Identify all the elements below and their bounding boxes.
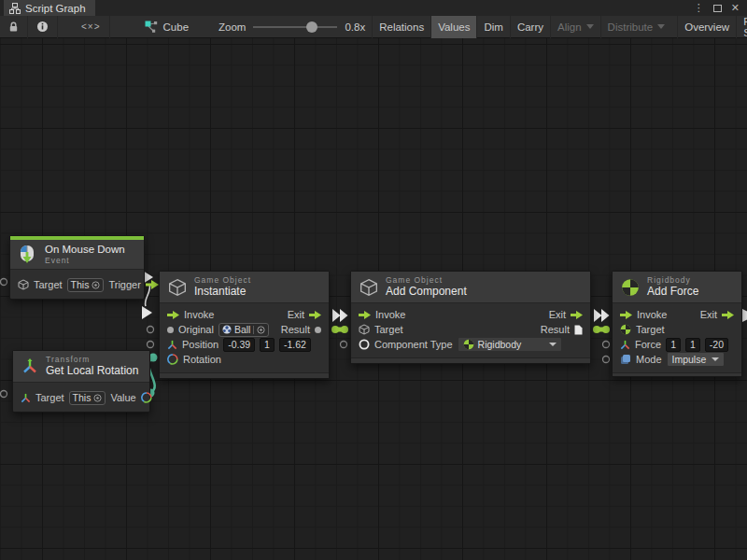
force-z-field[interactable]: -20 — [705, 338, 728, 352]
port-label: Target — [35, 392, 64, 403]
relations-button[interactable]: Relations — [372, 16, 430, 38]
close-icon[interactable]: ✕ — [731, 2, 740, 14]
node-instantiate[interactable]: Game Object Instantiate Invoke Exit — [159, 271, 330, 379]
port-label: Mode — [636, 354, 662, 365]
force-mode-icon — [620, 354, 631, 365]
port-label: Original — [178, 324, 214, 335]
port-label: Invoke — [375, 309, 405, 320]
node-title: Instantiate — [194, 285, 251, 298]
value-port-icon[interactable] — [315, 327, 321, 333]
value-connector-dot[interactable] — [331, 326, 339, 333]
gameobject-icon — [359, 324, 370, 335]
align-dropdown-button[interactable]: Align — [550, 16, 600, 38]
distribute-dropdown-button[interactable]: Distribute — [600, 16, 672, 38]
original-object-field[interactable]: Ball — [218, 323, 270, 337]
node-header[interactable]: Game Object Instantiate — [160, 272, 329, 303]
fullscreen-button[interactable]: Full Screen — [736, 16, 747, 38]
position-z-field[interactable]: -1.62 — [279, 338, 311, 352]
kebab-menu-icon[interactable]: ⋮ — [694, 2, 704, 14]
port-addforce-force[interactable] — [603, 342, 610, 348]
flow-port-invoke-in[interactable] — [142, 306, 152, 319]
node-footer — [351, 357, 590, 363]
port-label: Exit — [288, 309, 304, 320]
flow-arrow-icon[interactable] — [167, 311, 179, 319]
flow-connector-exit-invoke[interactable] — [332, 309, 341, 322]
target-this-field[interactable]: This — [67, 278, 105, 292]
port-label: Result — [281, 324, 310, 335]
port-label: Target — [636, 324, 665, 335]
maximize-icon[interactable] — [713, 5, 722, 12]
lock-button[interactable] — [0, 16, 28, 38]
gameobject-icon — [359, 278, 378, 297]
port-label: Invoke — [184, 309, 214, 320]
info-icon — [36, 21, 49, 33]
node-subtitle: Transform — [46, 355, 138, 364]
node-subtitle: Game Object — [386, 275, 467, 285]
node-header[interactable]: Transform Get Local Rotation — [13, 351, 149, 383]
position-x-field[interactable]: -0.39 — [223, 338, 255, 352]
value-connector-dot[interactable] — [341, 326, 348, 333]
code-preview-button[interactable]: <×> — [73, 16, 110, 38]
port-instantiate-original[interactable] — [148, 327, 154, 333]
target-this-field[interactable]: This — [69, 391, 106, 405]
node-title: Get Local Rotation — [46, 364, 138, 377]
node-subtitle: Event — [45, 256, 125, 265]
node-add-force[interactable]: Rigidbody Add Force Invoke Exit — [612, 271, 742, 377]
force-y-field[interactable]: 1 — [685, 338, 700, 352]
port-label: Result — [541, 324, 570, 335]
transform-icon — [21, 358, 38, 375]
flow-connector-exit-invoke[interactable] — [340, 309, 348, 322]
dim-button[interactable]: Dim — [476, 16, 509, 38]
rigidbody-icon — [621, 278, 640, 297]
node-get-local-rotation[interactable]: Transform Get Local Rotation Target — [12, 350, 150, 413]
flow-port-clipped[interactable] — [742, 309, 747, 322]
transform-icon — [620, 340, 630, 350]
position-y-field[interactable]: 1 — [260, 338, 275, 352]
port-instantiate-position[interactable] — [148, 342, 154, 348]
overview-button[interactable]: Overview — [677, 16, 736, 38]
zoom-slider-track[interactable] — [253, 26, 337, 28]
title-bar: Script Graph ⋮ ✕ — [0, 0, 747, 16]
component-type-dropdown[interactable]: Rigidbody — [458, 337, 562, 352]
force-mode-dropdown[interactable]: Impulse — [667, 352, 726, 367]
object-picker-icon[interactable] — [93, 394, 102, 402]
flow-arrow-icon[interactable] — [620, 311, 632, 319]
graph-breadcrumb[interactable]: Cube — [138, 16, 196, 38]
node-header[interactable]: Rigidbody Add Force — [613, 272, 741, 303]
object-picker-icon[interactable] — [92, 281, 100, 289]
flow-arrow-icon[interactable] — [571, 311, 583, 319]
node-header[interactable]: Game Object Add Component — [351, 272, 590, 303]
port-getlocalrotation-target[interactable] — [1, 391, 7, 398]
node-add-component[interactable]: Game Object Add Component Invoke Exit — [350, 271, 591, 364]
graph-canvas[interactable]: On Mouse Down Event Target This — [0, 38, 747, 560]
value-connector-dot[interactable] — [593, 326, 600, 333]
port-addforce-mode[interactable] — [603, 357, 610, 363]
node-title: On Mouse Down — [45, 244, 125, 257]
code-icon: <×> — [81, 21, 101, 32]
value-connector-dot[interactable] — [602, 326, 610, 333]
rotation-icon[interactable] — [141, 392, 152, 403]
object-picker-icon[interactable] — [253, 326, 265, 334]
port-addcomponent-componenttype[interactable] — [341, 342, 347, 348]
graph-toolbar: <×> Cube Zoom 0.8x Relations Valu — [0, 16, 747, 38]
component-page-icon[interactable] — [574, 325, 583, 335]
flow-arrow-icon[interactable] — [722, 311, 734, 319]
flow-arrow-icon[interactable] — [309, 311, 321, 319]
zoom-slider-handle[interactable] — [306, 21, 317, 33]
flow-connector-exit-invoke[interactable] — [601, 309, 610, 322]
values-button[interactable]: Values — [430, 16, 476, 38]
port-onmousedown-target[interactable] — [1, 279, 7, 286]
type-port-icon[interactable] — [359, 339, 370, 350]
rotation-icon[interactable] — [167, 354, 178, 365]
node-header[interactable]: On Mouse Down Event — [10, 240, 144, 270]
flow-connector-exit-invoke[interactable] — [594, 309, 602, 322]
lock-icon — [8, 21, 19, 33]
flow-arrow-icon[interactable] — [146, 280, 159, 289]
node-on-mouse-down[interactable]: On Mouse Down Event Target This — [9, 235, 145, 300]
carry-button[interactable]: Carry — [510, 16, 550, 38]
tab-script-graph[interactable]: Script Graph — [4, 0, 95, 16]
value-port-icon[interactable] — [167, 327, 174, 333]
inspect-button[interactable] — [28, 16, 58, 38]
force-x-field[interactable]: 1 — [666, 338, 681, 352]
flow-arrow-icon[interactable] — [359, 311, 371, 319]
